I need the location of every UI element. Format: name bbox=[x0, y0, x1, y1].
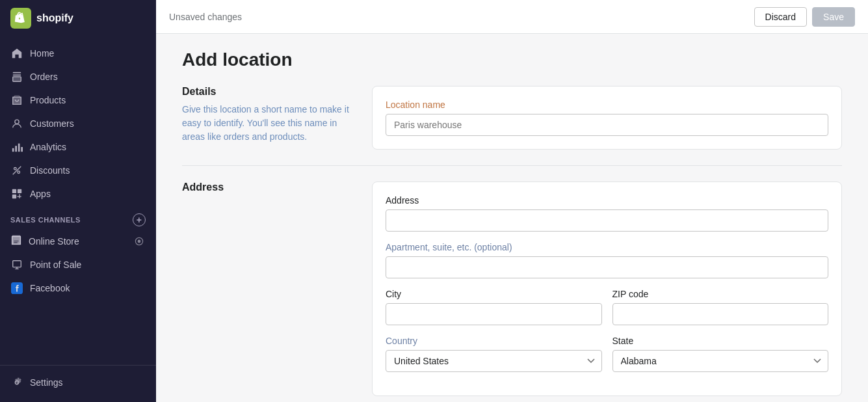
sidebar-item-customers[interactable]: Customers bbox=[0, 112, 156, 135]
page-title: Add location bbox=[182, 49, 842, 70]
svg-rect-15 bbox=[13, 261, 21, 267]
country-state-row: Country United States Canada United King… bbox=[386, 336, 828, 382]
sidebar-item-home[interactable]: Home bbox=[0, 42, 156, 65]
state-label: State bbox=[612, 336, 829, 346]
save-button[interactable]: Save bbox=[812, 7, 855, 27]
location-name-input[interactable] bbox=[386, 114, 828, 136]
city-input[interactable] bbox=[386, 303, 602, 325]
sales-channels-header: Sales Channels + bbox=[0, 206, 156, 229]
svg-rect-4 bbox=[12, 148, 14, 152]
topbar-actions: Discard Save bbox=[754, 7, 855, 27]
details-section-form: Location name bbox=[372, 86, 842, 150]
svg-rect-6 bbox=[18, 144, 20, 152]
shopify-wordmark: shopify bbox=[36, 12, 73, 24]
location-name-label: Location name bbox=[386, 100, 828, 110]
apartment-label: Apartment, suite, etc. (optional) bbox=[386, 242, 828, 252]
settings-icon bbox=[10, 376, 23, 389]
svg-point-14 bbox=[138, 239, 141, 243]
sidebar-item-orders[interactable]: Orders bbox=[0, 65, 156, 88]
topbar: Unsaved changes Discard Save bbox=[156, 0, 868, 34]
shopify-logo-icon bbox=[10, 8, 31, 29]
country-select[interactable]: United States Canada United Kingdom Aust… bbox=[386, 350, 602, 372]
main-content: Unsaved changes Discard Save Add locatio… bbox=[156, 0, 868, 402]
sidebar-item-online-store[interactable]: Online Store bbox=[0, 229, 156, 253]
address-section-form: Address Apartment, suite, etc. (optional… bbox=[372, 181, 842, 396]
point-of-sale-icon bbox=[10, 258, 23, 271]
add-sales-channel-button[interactable]: + bbox=[133, 213, 146, 226]
details-section-desc: Give this location a short name to make … bbox=[182, 103, 351, 144]
country-group: Country United States Canada United King… bbox=[386, 336, 602, 372]
svg-rect-0 bbox=[13, 72, 21, 74]
apartment-input[interactable] bbox=[386, 256, 828, 278]
sidebar-item-discounts[interactable]: Discounts bbox=[0, 159, 156, 182]
sidebar-item-settings[interactable]: Settings bbox=[0, 371, 156, 394]
zip-input[interactable] bbox=[612, 303, 829, 325]
sidebar-logo: shopify bbox=[0, 0, 156, 36]
address-group: Address bbox=[386, 195, 828, 232]
city-label: City bbox=[386, 289, 602, 299]
customers-icon bbox=[10, 117, 23, 130]
content-area: Add location Details Give this location … bbox=[156, 34, 868, 402]
svg-point-9 bbox=[18, 171, 20, 174]
discard-button[interactable]: Discard bbox=[754, 7, 807, 27]
sidebar-footer: Settings bbox=[0, 365, 156, 402]
products-icon bbox=[10, 94, 23, 107]
facebook-icon bbox=[10, 282, 23, 295]
details-section-title: Details bbox=[182, 86, 351, 98]
sidebar: shopify Home Orders Products bbox=[0, 0, 156, 402]
apps-icon bbox=[10, 187, 23, 200]
svg-rect-5 bbox=[15, 146, 17, 152]
analytics-icon bbox=[10, 141, 23, 154]
svg-rect-10 bbox=[12, 189, 16, 193]
sidebar-item-apps[interactable]: Apps bbox=[0, 182, 156, 206]
sidebar-item-analytics[interactable]: Analytics bbox=[0, 135, 156, 159]
zip-label: ZIP code bbox=[612, 289, 829, 299]
details-section-left: Details Give this location a short name … bbox=[182, 86, 351, 150]
svg-rect-1 bbox=[13, 74, 21, 75]
svg-point-3 bbox=[15, 120, 19, 124]
home-icon bbox=[10, 47, 23, 60]
city-group: City bbox=[386, 289, 602, 325]
svg-point-8 bbox=[14, 168, 17, 170]
address-section: Address Address Apartment, suite, etc. (… bbox=[182, 181, 842, 402]
address-section-left: Address bbox=[182, 181, 351, 396]
details-section: Details Give this location a short name … bbox=[182, 86, 842, 166]
sidebar-item-point-of-sale[interactable]: Point of Sale bbox=[0, 253, 156, 276]
svg-rect-7 bbox=[21, 147, 23, 152]
state-group: State Alabama Alaska Arizona Arkansas Ca… bbox=[612, 336, 829, 382]
svg-rect-11 bbox=[18, 189, 21, 193]
orders-icon bbox=[10, 70, 23, 83]
svg-rect-12 bbox=[12, 194, 16, 198]
unsaved-changes-label: Unsaved changes bbox=[169, 12, 242, 22]
view-online-store-button[interactable] bbox=[133, 235, 146, 248]
sidebar-item-facebook[interactable]: Facebook bbox=[0, 276, 156, 300]
sidebar-item-products[interactable]: Products bbox=[0, 88, 156, 112]
country-label: Country bbox=[386, 336, 602, 346]
state-select[interactable]: Alabama Alaska Arizona Arkansas Californ… bbox=[612, 350, 829, 372]
address-input[interactable] bbox=[386, 209, 828, 232]
location-name-group: Location name bbox=[386, 100, 828, 136]
sidebar-nav: Home Orders Products Customers bbox=[0, 36, 156, 365]
online-store-icon bbox=[10, 234, 22, 248]
address-section-title: Address bbox=[182, 181, 351, 193]
city-zip-row: City ZIP code bbox=[386, 289, 828, 336]
discounts-icon bbox=[10, 164, 23, 177]
zip-group: ZIP code bbox=[612, 289, 829, 336]
address-label: Address bbox=[386, 195, 828, 206]
apartment-group: Apartment, suite, etc. (optional) bbox=[386, 242, 828, 278]
